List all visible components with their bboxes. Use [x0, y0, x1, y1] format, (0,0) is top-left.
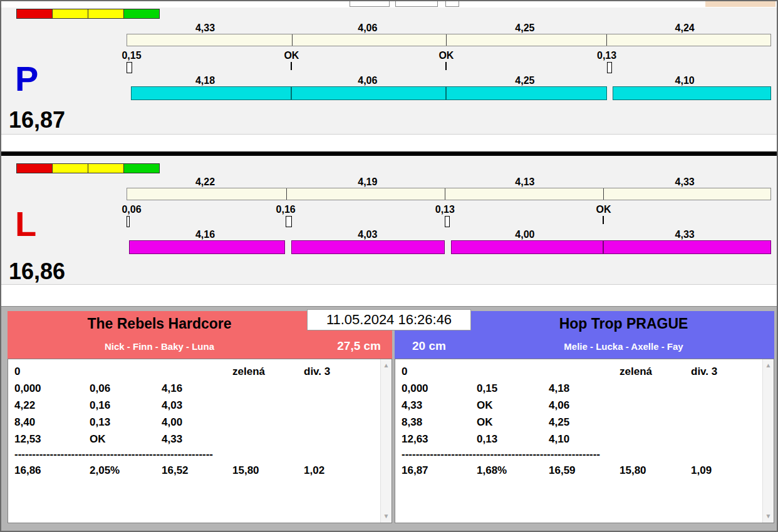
exchange-time-label: 0,06	[122, 204, 141, 215]
result-cell: 16,59	[549, 464, 576, 477]
lap-time-label: 4,24	[675, 23, 695, 34]
jump-height: 27,5 cm	[337, 339, 381, 353]
result-cell: 4,22	[14, 399, 35, 412]
exchange-gap-marker	[286, 216, 292, 227]
lane-p-exchange-markers	[127, 62, 771, 74]
lane-p-panel: 4,33 4,06 4,25 4,24 0,15 OK OK 0,13	[1, 8, 777, 151]
exchange-time-label: 0,16	[276, 204, 296, 215]
summary-row: 16,87 1,68% 16,59 15,80 1,09	[395, 464, 762, 481]
result-cell: zelená	[232, 366, 265, 378]
result-cell: 4,25	[549, 416, 569, 429]
lap-time-label: 4,25	[515, 23, 534, 34]
exchange-time-label: OK	[596, 204, 611, 215]
exchange-gap-marker	[127, 62, 132, 73]
status-row: 0 zelená div. 3	[395, 366, 762, 382]
lane-l-panel: 4,22 4,19 4,13 4,33 0,06 0,16 0,13 OK	[1, 156, 777, 306]
lane-l-run-bar	[127, 240, 771, 254]
top-edge-notch	[395, 1, 438, 7]
result-cell: 0	[402, 366, 407, 378]
result-cell: div. 3	[304, 366, 330, 378]
result-cell: 4,33	[162, 433, 182, 446]
lane-p-run-bar	[127, 86, 771, 100]
result-row: 4,22 0,16 4,03	[8, 399, 380, 416]
top-corner-decoration	[705, 1, 775, 7]
exchange-time-label: 0,15	[122, 50, 141, 61]
team-left-results-table: 0 zelená div. 3 0,000 0,06 4,16 4,22 0,1…	[8, 359, 392, 523]
lane-p-bottom-lap-labels: 4,18 4,06 4,25 4,10	[127, 75, 771, 86]
result-cell: 4,06	[549, 399, 569, 412]
lap-time-label: 4,10	[675, 75, 695, 86]
lane-l-exchange-labels: 0,06 0,16 0,13 OK	[127, 204, 771, 215]
flyball-timing-window: 4,33 4,06 4,25 4,24 0,15 OK OK 0,13	[0, 0, 778, 532]
lane-letter: L	[15, 207, 36, 242]
result-cell: OK	[90, 433, 106, 446]
result-cell: 8,40	[14, 416, 35, 429]
exchange-time-label: OK	[284, 50, 299, 61]
lane-p-bars: 4,33 4,06 4,25 4,24 0,15 OK OK 0,13	[127, 8, 771, 151]
datetime-display: 11.05.2024 16:26:46	[307, 309, 471, 330]
result-cell: 4,00	[162, 416, 182, 429]
lap-time-label: 4,25	[515, 75, 534, 86]
lap-time-label: 4,16	[195, 229, 215, 240]
results-panel: The Rebels Hardcore Nick - Finn - Baky -…	[1, 306, 777, 532]
exchange-time-label: 0,13	[435, 204, 455, 215]
team-right-results-table: 0 zelená div. 3 0,000 0,15 4,18 4,33 OK …	[395, 359, 774, 523]
run-segment	[291, 240, 445, 254]
lane-total-time: 16,87	[9, 109, 65, 131]
result-cell: OK	[477, 399, 493, 412]
lane-l-top-bar	[127, 188, 771, 200]
result-cell: 4,10	[549, 433, 569, 446]
result-cell: 1,09	[691, 464, 712, 477]
segment-divider	[445, 188, 445, 200]
top-edge-notch	[350, 1, 390, 7]
result-row: 8,40 0,13 4,00	[8, 416, 380, 433]
scrollbar[interactable]: ▲ ▼	[762, 359, 774, 523]
result-cell: 0,15	[477, 382, 497, 395]
segment-divider	[286, 188, 287, 200]
result-cell: zelená	[620, 366, 652, 378]
scroll-down-icon[interactable]: ▼	[763, 511, 774, 521]
result-row: 12,53 OK 4,33	[8, 433, 380, 450]
jump-height: 20 cm	[412, 339, 446, 353]
lap-time-label: 4,18	[195, 75, 215, 86]
start-light-yellow-icon	[52, 163, 88, 173]
exchange-time-label: 0,13	[597, 50, 616, 61]
scroll-up-icon[interactable]: ▲	[763, 361, 774, 371]
exchange-gap-marker	[127, 216, 130, 227]
scroll-up-icon[interactable]: ▲	[381, 361, 392, 371]
exchange-gap-marker	[607, 62, 612, 73]
lane-p-exchange-labels: 0,15 OK OK 0,13	[127, 50, 771, 61]
start-light-red-icon	[16, 9, 53, 19]
exchange-gap-marker	[445, 216, 450, 227]
result-cell: 15,80	[232, 464, 259, 477]
result-cell: 4,16	[162, 382, 182, 395]
result-row: 0,000 0,15 4,18	[395, 382, 762, 399]
start-light-yellow-icon	[88, 9, 124, 19]
top-edge-notch	[445, 1, 459, 7]
run-segment	[603, 240, 771, 254]
result-cell: 15,80	[620, 464, 646, 477]
result-cell: 16,52	[162, 464, 189, 477]
result-cell: 1,02	[304, 464, 324, 477]
run-segment	[129, 240, 285, 254]
segment-divider	[606, 34, 607, 46]
scroll-down-icon[interactable]: ▼	[381, 511, 392, 521]
result-cell: 0	[14, 366, 20, 378]
result-row: 8,38 OK 4,25	[395, 416, 762, 433]
lap-time-label: 4,00	[515, 229, 534, 240]
result-cell: 0,13	[477, 433, 497, 446]
exchange-ok-tick	[445, 62, 447, 70]
result-cell: 0,000	[402, 382, 428, 395]
result-row: 12,63 0,13 4,10	[395, 433, 762, 450]
result-cell: div. 3	[691, 366, 717, 378]
lane-divider	[1, 151, 777, 156]
scrollbar[interactable]: ▲ ▼	[380, 359, 392, 523]
exchange-ok-tick	[603, 216, 604, 224]
result-cell: 12,53	[14, 433, 41, 446]
lap-time-label: 4,19	[358, 176, 377, 188]
lap-time-label: 4,03	[358, 229, 377, 240]
lane-l-bottom-lap-labels: 4,16 4,03 4,00 4,33	[127, 229, 771, 240]
run-segment	[446, 86, 606, 100]
result-cell: 16,87	[402, 464, 428, 477]
lane-p-top-lap-labels: 4,33 4,06 4,25 4,24	[127, 23, 771, 34]
